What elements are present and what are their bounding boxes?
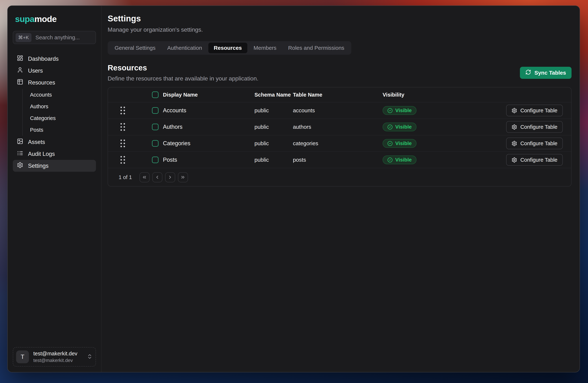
gear-icon [511, 124, 517, 130]
sidebar-item-label: Resources [28, 79, 55, 86]
first-page-button[interactable] [140, 172, 149, 182]
page-title: Settings [108, 14, 571, 23]
pagination: 1 of 1 [108, 168, 571, 186]
configure-table-button[interactable]: Configure Table [506, 121, 563, 133]
user-name: test@makerkit.dev [33, 351, 82, 357]
visibility-badge: Visible [383, 155, 417, 164]
select-all-checkbox[interactable] [152, 92, 159, 98]
sidebar-item-audit-logs[interactable]: Audit Logs [13, 148, 96, 160]
gear-icon [17, 162, 23, 170]
table-icon [17, 79, 23, 87]
row-checkbox[interactable] [152, 140, 159, 147]
visibility-badge: Visible [383, 106, 417, 115]
visibility-label: Visible [395, 140, 412, 146]
chevrons-up-down-icon [87, 354, 93, 360]
circle-check-icon [387, 157, 393, 163]
cell-display-name: Posts [163, 156, 254, 163]
section-header-text: Resources Define the resources that are … [108, 63, 258, 82]
app-window: supamode ⌘+K Search anything... Dashboar… [7, 5, 580, 372]
column-header-table-name: Table Name [293, 92, 383, 98]
table-row: Accounts public accounts Visible Configu… [108, 102, 571, 118]
page-subtitle: Manage your organization's settings. [108, 26, 571, 33]
chevrons-left-icon [142, 175, 147, 180]
configure-table-label: Configure Table [520, 108, 557, 114]
row-checkbox[interactable] [152, 107, 159, 114]
sidebar-item-users[interactable]: Users [13, 65, 96, 77]
cell-table-name: categories [293, 140, 383, 147]
row-checkbox[interactable] [152, 124, 159, 130]
table-row: Authors public authors Visible Configure… [108, 118, 571, 135]
gear-icon [511, 157, 517, 163]
previous-page-button[interactable] [152, 172, 162, 182]
sidebar-item-accounts[interactable]: Accounts [30, 89, 96, 101]
sidebar-item-authors[interactable]: Authors [30, 101, 96, 112]
logo-part-supa: supa [15, 14, 34, 24]
app-logo: supamode [13, 12, 96, 24]
configure-table-button[interactable]: Configure Table [506, 137, 563, 149]
cell-schema-name: public [254, 124, 293, 130]
sidebar-item-label: Dashboards [28, 56, 59, 62]
sidebar-item-posts[interactable]: Posts [30, 124, 96, 136]
next-page-button[interactable] [165, 172, 175, 182]
sync-tables-button[interactable]: Sync Tables [520, 67, 571, 79]
gear-icon [511, 141, 517, 146]
configure-table-label: Configure Table [520, 124, 557, 130]
visibility-label: Visible [395, 108, 412, 114]
search-input[interactable]: ⌘+K Search anything... [13, 31, 96, 44]
cell-table-name: accounts [293, 107, 383, 114]
drag-handle-icon[interactable] [121, 107, 125, 114]
configure-table-label: Configure Table [520, 140, 557, 147]
sidebar-item-label: Users [28, 67, 43, 74]
last-page-button[interactable] [178, 172, 188, 182]
drag-handle-icon[interactable] [121, 156, 125, 164]
chevrons-right-icon [180, 175, 186, 180]
table-header-row: Display Name Schema Name Table Name Visi… [108, 87, 571, 102]
visibility-badge: Visible [383, 139, 417, 148]
gear-icon [511, 108, 517, 114]
sidebar-item-dashboards[interactable]: Dashboards [13, 53, 96, 65]
cell-table-name: authors [293, 124, 383, 130]
section-title: Resources [108, 63, 258, 72]
user-icon [17, 67, 23, 75]
cell-table-name: posts [293, 157, 383, 163]
circle-check-icon [387, 108, 393, 113]
sidebar-item-assets[interactable]: Assets [13, 136, 96, 148]
configure-table-button[interactable]: Configure Table [506, 154, 563, 166]
sidebar-item-label: Assets [28, 139, 45, 145]
configure-table-button[interactable]: Configure Table [506, 105, 563, 116]
visibility-badge: Visible [383, 123, 417, 131]
sidebar-item-settings[interactable]: Settings [13, 160, 96, 172]
drag-handle-icon[interactable] [121, 123, 125, 131]
tab-general-settings[interactable]: General Settings [109, 43, 161, 53]
search-placeholder: Search anything... [36, 34, 80, 41]
sidebar: supamode ⌘+K Search anything... Dashboar… [8, 6, 101, 372]
drag-handle-icon[interactable] [121, 140, 125, 147]
tab-members[interactable]: Members [248, 43, 282, 53]
keyboard-shortcut-badge: ⌘+K [16, 33, 31, 42]
row-checkbox[interactable] [152, 156, 159, 163]
resources-subtree: Accounts Authors Categories Posts [22, 89, 96, 136]
cell-display-name: Accounts [163, 107, 254, 114]
cell-schema-name: public [254, 107, 293, 114]
avatar: T [16, 350, 29, 363]
tab-roles-and-permissions[interactable]: Roles and Permissions [283, 43, 350, 53]
visibility-label: Visible [395, 124, 412, 130]
section-header: Resources Define the resources that are … [108, 63, 571, 82]
logs-icon [17, 150, 23, 158]
section-subtitle: Define the resources that are available … [108, 75, 258, 82]
chevron-left-icon [155, 175, 160, 180]
table-row: Posts public posts Visible Configure Tab… [108, 152, 571, 168]
tab-authentication[interactable]: Authentication [162, 43, 208, 53]
image-icon [17, 138, 23, 146]
cell-display-name: Authors [163, 124, 254, 130]
table-row: Categories public categories Visible Con… [108, 135, 571, 152]
sidebar-item-resources[interactable]: Resources [13, 77, 96, 89]
cell-schema-name: public [254, 157, 293, 163]
column-header-display-name: Display Name [163, 92, 254, 98]
user-account-menu[interactable]: T test@makerkit.dev test@makerkit.dev [13, 347, 96, 366]
sidebar-item-categories[interactable]: Categories [30, 112, 96, 124]
sidebar-item-label: Audit Logs [28, 151, 55, 157]
logo-part-mode: mode [34, 14, 57, 24]
page-count-label: 1 of 1 [119, 174, 132, 180]
tab-resources[interactable]: Resources [208, 43, 247, 53]
